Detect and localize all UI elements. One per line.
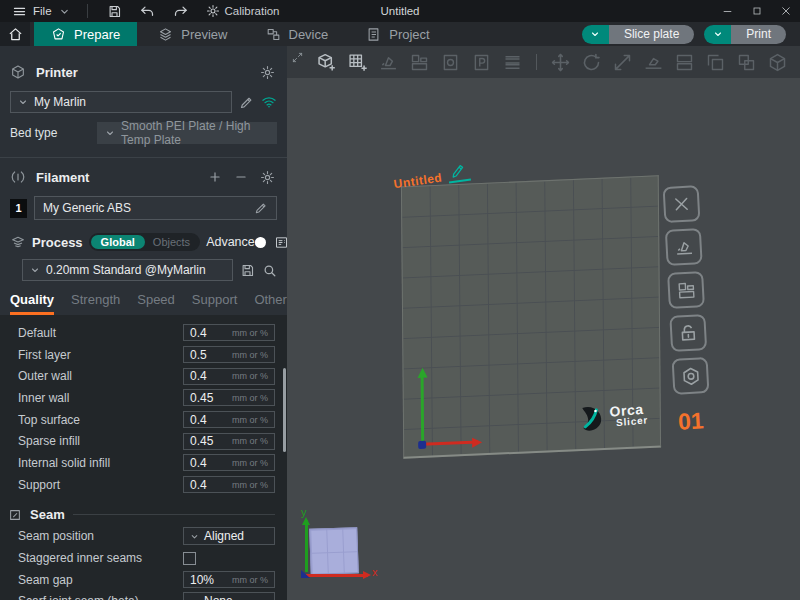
param-row-default: Default 0.4mm or % xyxy=(0,322,287,344)
lay-on-face-icon[interactable] xyxy=(643,52,664,73)
param-input[interactable]: 0.4mm or % xyxy=(183,454,275,471)
plate-settings-button[interactable] xyxy=(672,357,710,395)
arrange-icon[interactable] xyxy=(409,52,430,73)
rename-plate-icon[interactable] xyxy=(446,161,471,184)
cut-icon[interactable] xyxy=(674,52,695,73)
home-icon xyxy=(8,27,23,42)
auto-orient-plate-button[interactable] xyxy=(665,228,703,266)
staggered-seams-checkbox[interactable] xyxy=(183,552,196,565)
split-to-objects-icon[interactable] xyxy=(440,52,461,73)
printer-section-header: Printer xyxy=(0,62,287,82)
bed-type-select[interactable]: Smooth PEI Plate / High Temp Plate xyxy=(97,122,277,144)
param-label: Outer wall xyxy=(18,369,183,383)
param-value: 0.45 xyxy=(190,434,232,448)
param-input[interactable]: 0.45mm or % xyxy=(183,389,275,406)
calibration-button[interactable]: Calibration xyxy=(199,2,287,20)
seam-position-select[interactable]: Aligned xyxy=(183,527,275,545)
tab-quality[interactable]: Quality xyxy=(10,292,54,315)
param-input[interactable]: 0.4mm or % xyxy=(183,324,275,341)
save-preset-icon[interactable] xyxy=(240,263,255,278)
tab-support[interactable]: Support xyxy=(192,292,238,315)
param-input[interactable]: 0.5mm or % xyxy=(183,346,275,363)
plate-thumbnail[interactable]: y x xyxy=(299,506,399,596)
tab-prepare[interactable]: Prepare xyxy=(34,22,137,46)
undo-button[interactable] xyxy=(133,2,162,21)
chevron-down-icon xyxy=(17,96,29,108)
scope-global-button[interactable]: Global xyxy=(91,235,145,249)
close-button[interactable] xyxy=(771,0,800,22)
arrange-plate-button[interactable] xyxy=(667,271,705,309)
plate-axes xyxy=(417,357,498,451)
auto-orient-icon[interactable] xyxy=(378,52,399,73)
mesh-boolean-icon[interactable] xyxy=(767,52,788,73)
param-input[interactable]: 0.4mm or % xyxy=(183,411,275,428)
minimize-button[interactable] xyxy=(713,0,742,22)
print-button[interactable]: Print xyxy=(731,25,786,44)
save-button[interactable] xyxy=(100,2,129,21)
wifi-connection-icon[interactable] xyxy=(261,94,277,110)
tab-project[interactable]: Project xyxy=(349,22,446,46)
tab-device[interactable]: Device xyxy=(249,22,346,46)
add-object-icon[interactable] xyxy=(316,52,337,73)
filament-icon xyxy=(10,169,26,185)
merge-icon[interactable] xyxy=(736,52,757,73)
param-row-seam-position: Seam position Aligned xyxy=(0,526,287,548)
sidebar-scrollbar[interactable] xyxy=(283,368,286,452)
edit-printer-icon[interactable] xyxy=(239,95,254,110)
param-input[interactable]: 0.4mm or % xyxy=(183,368,275,385)
slice-plate-split-button: Slice plate xyxy=(582,25,694,44)
maximize-button[interactable] xyxy=(742,0,771,22)
build-plate[interactable]: Orca Slicer xyxy=(401,175,661,458)
printer-settings-gear-icon[interactable] xyxy=(260,65,275,80)
toolbar-separator xyxy=(536,54,537,70)
tab-strength[interactable]: Strength xyxy=(71,292,120,315)
scarf-joint-seam-value: None xyxy=(204,594,233,600)
tab-speed[interactable]: Speed xyxy=(137,292,175,315)
printer-section-title: Printer xyxy=(36,65,78,80)
param-unit: mm or % xyxy=(232,458,268,468)
tab-preview[interactable]: Preview xyxy=(141,22,244,46)
add-filament-icon[interactable] xyxy=(208,170,222,184)
print-options-dropdown[interactable] xyxy=(704,25,731,44)
chevron-down-icon xyxy=(712,28,724,40)
chevron-down-icon xyxy=(189,596,200,600)
search-settings-icon[interactable] xyxy=(262,263,277,278)
slice-options-dropdown[interactable] xyxy=(582,25,609,44)
chevron-down-icon xyxy=(104,127,116,139)
home-button[interactable] xyxy=(0,22,30,46)
param-label: Top surface xyxy=(18,413,183,427)
split-to-parts-icon[interactable] xyxy=(471,52,492,73)
param-input[interactable]: 0.4mm or % xyxy=(183,476,275,493)
clone-icon[interactable] xyxy=(705,52,726,73)
filament-preset-value: My Generic ABS xyxy=(43,201,254,215)
chevron-down-icon xyxy=(589,28,601,40)
scale-icon[interactable] xyxy=(612,52,633,73)
param-unit: mm or % xyxy=(232,393,268,403)
seam-gap-input[interactable]: 10%mm or % xyxy=(183,571,275,588)
edit-filament-icon[interactable] xyxy=(254,201,268,215)
process-preset-select[interactable]: 0.20mm Standard @MyMarlin xyxy=(22,259,233,281)
param-value: 10% xyxy=(190,573,232,587)
filament-settings-gear-icon[interactable] xyxy=(260,170,275,185)
x-axis-arrow xyxy=(422,440,478,445)
scene-3d[interactable]: Orca Slicer Untitled 01 xyxy=(287,78,800,600)
param-value: 0.4 xyxy=(190,478,232,492)
collapse-sidebar-icon[interactable] xyxy=(292,52,303,63)
redo-button[interactable] xyxy=(166,2,195,21)
slice-plate-button[interactable]: Slice plate xyxy=(609,25,694,44)
variable-layer-height-icon[interactable] xyxy=(502,52,523,73)
chevron-down-icon xyxy=(189,531,200,542)
scope-objects-button[interactable]: Objects xyxy=(145,235,198,249)
printer-preset-select[interactable]: My Marlin xyxy=(10,91,232,113)
redo-icon xyxy=(173,4,188,19)
remove-filament-icon[interactable] xyxy=(234,170,248,184)
delete-plate-button[interactable] xyxy=(663,185,701,223)
file-menu[interactable]: File xyxy=(8,2,75,21)
param-input[interactable]: 0.45mm or % xyxy=(183,433,275,450)
rotate-icon[interactable] xyxy=(581,52,602,73)
move-icon[interactable] xyxy=(550,52,571,73)
add-plate-icon[interactable] xyxy=(347,52,368,73)
scarf-joint-seam-select[interactable]: None xyxy=(183,592,275,600)
lock-plate-button[interactable] xyxy=(669,314,707,352)
filament-preset-select[interactable]: My Generic ABS xyxy=(34,196,277,220)
